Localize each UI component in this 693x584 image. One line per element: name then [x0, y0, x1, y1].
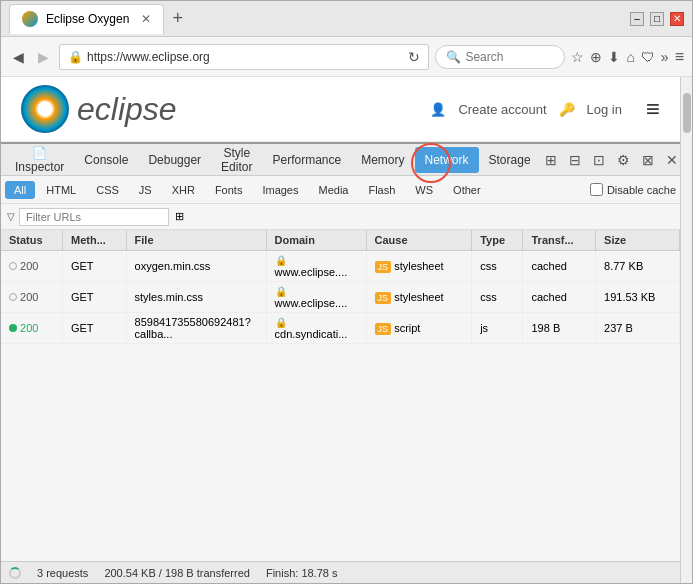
browser-window: Eclipse Oxygen ✕ + – □ ✕ ◀ ▶ 🔒 https://w…	[0, 0, 693, 584]
table-row[interactable]: 200 GET oxygen.min.css 🔒 www.eclipse....…	[1, 251, 680, 282]
download-icon[interactable]: ⬇	[608, 49, 620, 65]
cell-file: 859841735580692481?callba...	[126, 313, 266, 344]
close-devtools-button[interactable]: ✕	[662, 150, 680, 170]
cell-type: js	[472, 313, 523, 344]
create-account-link[interactable]: Create account	[458, 102, 546, 117]
create-account-icon: 👤	[430, 102, 446, 117]
tab-debugger[interactable]: Debugger	[138, 147, 211, 173]
disable-cache-label[interactable]: Disable cache	[607, 184, 676, 196]
filter-other[interactable]: Other	[444, 181, 490, 199]
bookmark-icon[interactable]: ☆	[571, 49, 584, 65]
cell-transfer: 198 B	[523, 313, 596, 344]
devtools-panel: 📄 Inspector Console Debugger Style Edito…	[1, 142, 680, 583]
table-row[interactable]: 200 GET styles.min.css 🔒 www.eclipse....…	[1, 282, 680, 313]
disable-cache-option: Disable cache	[590, 183, 676, 196]
shield-icon[interactable]: 🛡	[641, 49, 655, 65]
requests-table: Status Meth... File Domain Cause Type Tr…	[1, 230, 680, 344]
disable-cache-checkbox[interactable]	[590, 183, 603, 196]
cell-file: oxygen.min.css	[126, 251, 266, 282]
tab-title: Eclipse Oxygen	[46, 12, 129, 26]
extensions-icon[interactable]: »	[661, 49, 669, 65]
page-icon: 📄	[32, 146, 47, 160]
browser-tab[interactable]: Eclipse Oxygen ✕	[9, 4, 164, 34]
back-button[interactable]: ◀	[9, 45, 28, 69]
request-count: 3 requests	[37, 567, 88, 579]
filter-html[interactable]: HTML	[37, 181, 85, 199]
ssl-lock-icon: 🔒	[68, 50, 83, 64]
tab-performance[interactable]: Performance	[262, 147, 351, 173]
scrollbar[interactable]	[680, 77, 692, 583]
cell-size: 191.53 KB	[596, 282, 680, 313]
eclipse-logo-icon	[21, 85, 69, 133]
tab-inspector[interactable]: 📄 Inspector	[5, 140, 74, 180]
devtools-icons: ⊞ ⊟ ⊡ ⚙ ⊠ ✕	[541, 150, 680, 170]
url-filter-input[interactable]	[19, 208, 169, 226]
filter-media[interactable]: Media	[309, 181, 357, 199]
finish-time: Finish: 18.78 s	[266, 567, 338, 579]
url-bar[interactable]: 🔒 https://www.eclipse.org ↻	[59, 44, 429, 70]
settings-icon[interactable]: ⚙	[613, 150, 634, 170]
filter-clear-icon[interactable]: ⊞	[175, 210, 184, 223]
scroll-thumb[interactable]	[683, 93, 691, 133]
cell-cause: JS script	[366, 313, 472, 344]
maximize-button[interactable]: □	[650, 12, 664, 26]
tab-style-editor[interactable]: Style Editor	[211, 140, 262, 180]
col-status: Status	[1, 230, 62, 251]
page-area: eclipse 👤 Create account 🔑 Log in ≡ 📄 In…	[1, 77, 692, 583]
header-actions: 👤 Create account 🔑 Log in ≡	[430, 95, 660, 123]
close-button[interactable]: ✕	[670, 12, 684, 26]
col-cause: Cause	[366, 230, 472, 251]
status-dot-empty	[9, 262, 17, 270]
tab-network[interactable]: Network	[415, 147, 479, 173]
forward-button[interactable]: ▶	[34, 45, 53, 69]
status-dot-green	[9, 324, 17, 332]
responsive-icon[interactable]: ⊠	[638, 150, 658, 170]
home-icon[interactable]: ⌂	[626, 49, 634, 65]
tab-storage[interactable]: Storage	[479, 147, 541, 173]
filter-fonts[interactable]: Fonts	[206, 181, 252, 199]
tab-close-btn[interactable]: ✕	[141, 12, 151, 26]
filter-ws[interactable]: WS	[406, 181, 442, 199]
login-icon: 🔑	[559, 102, 575, 117]
window-controls: – □ ✕	[630, 12, 684, 26]
tab-favicon	[22, 11, 38, 27]
cell-status: 200	[1, 313, 62, 344]
split-vertical-icon[interactable]: ⊟	[565, 150, 585, 170]
hamburger-menu-icon[interactable]: ≡	[646, 95, 660, 123]
minimize-button[interactable]: –	[630, 12, 644, 26]
cell-method: GET	[62, 282, 126, 313]
search-icon: 🔍	[446, 50, 461, 64]
filter-xhr[interactable]: XHR	[163, 181, 204, 199]
address-bar: ◀ ▶ 🔒 https://www.eclipse.org ↻ 🔍 ☆ ⊕ ⬇ …	[1, 37, 692, 77]
dock-icon[interactable]: ⊡	[589, 150, 609, 170]
cell-cause: JS stylesheet	[366, 251, 472, 282]
search-bar[interactable]: 🔍	[435, 45, 565, 69]
table-row[interactable]: 200 GET 859841735580692481?callba... 🔒 c…	[1, 313, 680, 344]
lock-icon: 🔒	[275, 317, 287, 328]
filter-images[interactable]: Images	[253, 181, 307, 199]
filter-all[interactable]: All	[5, 181, 35, 199]
reading-list-icon[interactable]: ⊕	[590, 49, 602, 65]
filter-js[interactable]: JS	[130, 181, 161, 199]
new-tab-button[interactable]: +	[164, 8, 191, 29]
cell-file: styles.min.css	[126, 282, 266, 313]
eclipse-logo-text: eclipse	[77, 91, 177, 128]
col-transfer: Transf...	[523, 230, 596, 251]
menu-button[interactable]: ≡	[675, 48, 684, 66]
cell-type: css	[472, 282, 523, 313]
filter-flash[interactable]: Flash	[359, 181, 404, 199]
loading-spinner	[9, 567, 21, 579]
browser-toolbar-icons: ☆ ⊕ ⬇ ⌂ 🛡 » ≡	[571, 48, 684, 66]
login-link[interactable]: Log in	[587, 102, 622, 117]
filter-css[interactable]: CSS	[87, 181, 128, 199]
tab-memory[interactable]: Memory	[351, 147, 414, 173]
js-badge: JS	[375, 323, 392, 335]
split-horizontal-icon[interactable]: ⊞	[541, 150, 561, 170]
col-file: File	[126, 230, 266, 251]
url-text: https://www.eclipse.org	[87, 50, 210, 64]
reload-button[interactable]: ↻	[408, 49, 420, 65]
tab-console[interactable]: Console	[74, 147, 138, 173]
search-input[interactable]	[465, 50, 555, 64]
cell-size: 237 B	[596, 313, 680, 344]
col-domain: Domain	[266, 230, 366, 251]
